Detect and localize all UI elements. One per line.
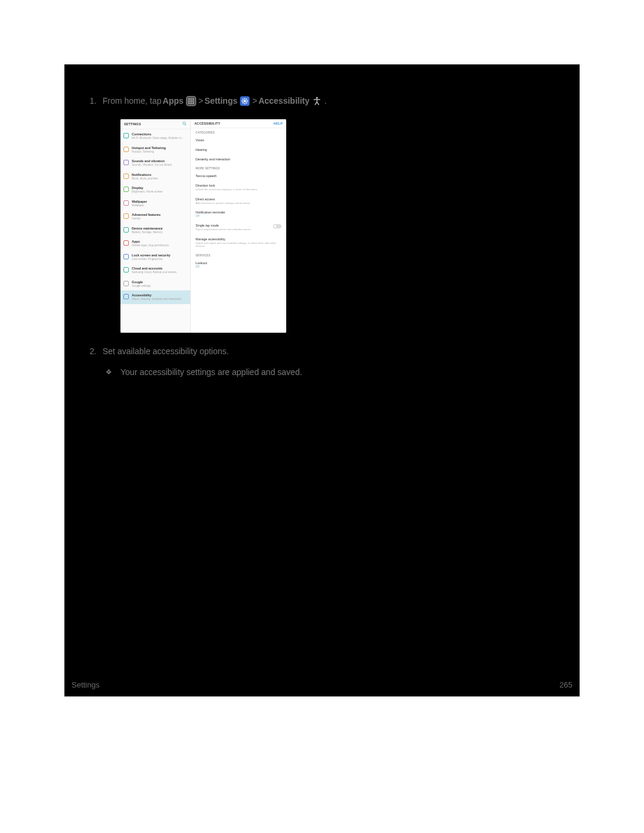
- sidebar-item-icon: [123, 294, 129, 299]
- sidebar-item-icon: [123, 133, 129, 138]
- step-1-sep-1: >: [199, 94, 203, 107]
- footer-section: Settings: [72, 680, 100, 689]
- settings-item-title: Lookout: [196, 261, 281, 265]
- sidebar-item-title: Device maintenance: [132, 227, 163, 230]
- sidebar-item: AccessibilityVision, Hearing, Dexterity …: [120, 290, 190, 304]
- settings-item-subtitle: Import and export your accessibility set…: [196, 241, 281, 248]
- sidebar-item-icon: [123, 160, 129, 165]
- shot-left-header: SETTINGS: [124, 122, 141, 126]
- sidebar-item-subtitle: Wallpaper: [132, 204, 147, 208]
- sub-text: Your accessibility settings are applied …: [120, 367, 302, 377]
- search-icon: [182, 122, 187, 126]
- step-2: 2. Set available accessibility options. …: [85, 345, 559, 377]
- sidebar-item-title: Display: [132, 186, 163, 190]
- settings-item-title: Dexterity and interaction: [196, 157, 281, 161]
- settings-item: LookoutOff: [191, 258, 286, 271]
- svg-point-11: [244, 100, 246, 102]
- sidebar-item-title: Notifications: [132, 173, 158, 176]
- sidebar-item: ConnectionsWi-Fi, Bluetooth, Data usage,…: [120, 129, 190, 143]
- svg-point-25: [183, 122, 185, 125]
- step-2-number: 2.: [85, 345, 103, 358]
- sidebar-item-title: Apps: [132, 240, 169, 243]
- svg-line-26: [185, 124, 186, 125]
- sidebar-item-subtitle: Default apps, App permissions: [132, 244, 169, 247]
- settings-item-title: Single tap mode: [196, 224, 281, 227]
- sidebar-item-subtitle: Brightness, Home screen: [132, 190, 163, 194]
- settings-item-status: Off: [196, 215, 281, 218]
- step-1-sep-2: >: [252, 94, 257, 107]
- settings-item: Direct accessAdd shortcuts to specific s…: [191, 194, 286, 208]
- settings-item-status: Off: [196, 265, 281, 268]
- sidebar-item-icon: [123, 240, 129, 246]
- svg-point-20: [316, 97, 318, 98]
- toggle-switch: [273, 224, 281, 228]
- sidebar-item-subtitle: Block, allow, prioritize: [132, 177, 158, 181]
- sidebar-item: DisplayBrightness, Home screen: [120, 183, 190, 197]
- sidebar-item: Device maintenanceBattery, Storage, Memo…: [120, 224, 190, 237]
- settings-item: Notification reminderOff: [191, 208, 286, 221]
- svg-point-8: [190, 102, 191, 103]
- step-1-accessibility-label: Accessibility: [258, 94, 309, 107]
- svg-point-9: [193, 102, 194, 103]
- shot-right-header: ACCESSIBILITY: [194, 122, 221, 125]
- apps-grid-icon: [186, 96, 196, 106]
- sidebar-item-icon: [123, 254, 129, 259]
- step-1-number: 1.: [85, 94, 103, 107]
- footer-page-number: 265: [559, 680, 572, 689]
- sidebar-item: Cloud and accountsSamsung Cloud, Backup …: [120, 264, 190, 277]
- sidebar-item: AppsDefault apps, App permissions: [120, 237, 190, 250]
- sidebar-item-icon: [123, 281, 129, 286]
- settings-item: Single tap modeTap to stop/snooze alarms…: [191, 221, 286, 234]
- settings-item-title: Direct access: [196, 197, 281, 201]
- svg-rect-13: [244, 103, 246, 104]
- settings-item-subtitle: Add shortcuts to specific settings and f…: [196, 202, 281, 205]
- svg-point-5: [190, 100, 191, 101]
- svg-point-2: [190, 98, 191, 99]
- settings-item-title: Text-to-speech: [196, 174, 281, 178]
- help-link: HELP: [274, 122, 283, 125]
- cat-services: SERVICES: [191, 251, 286, 258]
- sidebar-item-icon: [123, 174, 129, 179]
- sidebar-item-title: Accessibility: [132, 293, 181, 297]
- sidebar-item-subtitle: Hotspot, Tethering: [132, 150, 166, 154]
- sidebar-item: Sounds and vibrationSounds, Vibration, D…: [120, 156, 190, 170]
- sidebar-item: Advanced featuresGames: [120, 210, 190, 224]
- step-1-settings-label: Settings: [205, 94, 237, 107]
- sidebar-item-title: Hotspot and Tethering: [132, 146, 166, 150]
- sidebar-item: NotificationsBlock, allow, prioritize: [120, 170, 190, 184]
- sidebar-item-icon: [123, 187, 129, 192]
- sidebar-item-title: Cloud and accounts: [132, 267, 177, 270]
- step-1-apps-label: Apps: [163, 94, 184, 107]
- svg-line-24: [317, 102, 319, 105]
- svg-line-23: [315, 102, 317, 105]
- sidebar-item-title: Sounds and vibration: [132, 159, 172, 163]
- sidebar-item-subtitle: Samsung Cloud, Backup and restore: [132, 271, 177, 274]
- sidebar-item-subtitle: Battery, Storage, Memory: [132, 231, 163, 234]
- svg-rect-15: [247, 100, 248, 101]
- cat-categories: CATEGORIES: [191, 128, 286, 135]
- svg-point-7: [188, 102, 190, 103]
- settings-screenshot: SETTINGS ConnectionsWi-Fi, Bluetooth, Da…: [120, 119, 286, 333]
- settings-item-subtitle: Unlock the screen by swiping in a series…: [196, 188, 281, 191]
- settings-item-title: Vision: [196, 138, 281, 142]
- sidebar-item: Hotspot and TetheringHotspot, Tethering: [120, 143, 190, 157]
- sidebar-item: GoogleGoogle settings: [120, 277, 190, 291]
- sidebar-item-title: Lock screen and security: [132, 253, 171, 257]
- sidebar-item-title: Advanced features: [132, 213, 160, 216]
- sidebar-item-icon: [123, 213, 129, 219]
- settings-item-title: Notification reminder: [196, 210, 281, 214]
- settings-item-title: Hearing: [196, 148, 281, 151]
- settings-gear-icon: [240, 96, 250, 106]
- sidebar-item-subtitle: Games: [132, 217, 160, 221]
- sidebar-item-subtitle: Lock screen, Fingerprints: [132, 258, 171, 261]
- settings-item: Hearing: [191, 145, 286, 154]
- sidebar-item-subtitle: Google settings: [132, 284, 151, 288]
- sidebar-item: WallpaperWallpaper: [120, 197, 190, 210]
- sidebar-item-subtitle: Wi-Fi, Bluetooth, Data usage, Airplane m…: [132, 137, 184, 140]
- sidebar-item-icon: [123, 227, 129, 233]
- diamond-bullet: ❖: [97, 368, 120, 376]
- svg-point-1: [188, 98, 190, 99]
- sidebar-item-title: Wallpaper: [132, 200, 147, 203]
- settings-item-title: Manage accessibility: [196, 237, 281, 241]
- step-2-text: Set available accessibility options.: [103, 345, 229, 358]
